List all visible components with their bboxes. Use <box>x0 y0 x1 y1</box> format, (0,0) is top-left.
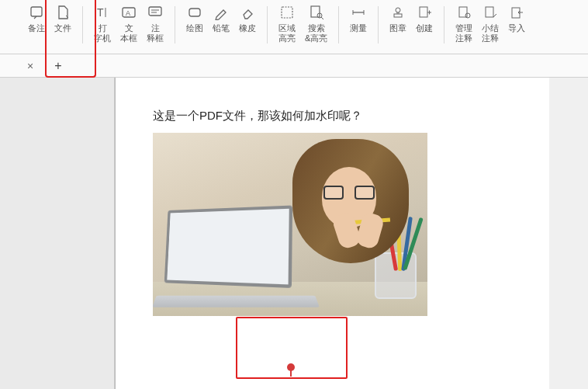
separator <box>175 6 175 43</box>
annotbox-label: 注 释框 <box>147 23 164 43</box>
svg-rect-0 <box>31 7 42 16</box>
svg-rect-17 <box>394 14 402 17</box>
tab-add-button[interactable]: + <box>51 59 65 73</box>
stamp-label: 图章 <box>389 23 406 33</box>
svg-rect-5 <box>149 7 161 16</box>
tab-close-button[interactable]: × <box>23 59 37 73</box>
summary-label: 小结 注释 <box>482 23 499 43</box>
note-label: 备注 <box>28 23 45 33</box>
create-button[interactable]: 创建 <box>411 2 438 35</box>
eraser-label: 橡皮 <box>239 23 256 33</box>
highlight-button[interactable]: 区域 高亮 <box>274 2 300 45</box>
import-label: 导入 <box>508 23 525 33</box>
eraser-icon <box>240 3 255 22</box>
svg-rect-10 <box>311 6 320 17</box>
note-icon <box>29 3 44 22</box>
file-label: 文件 <box>54 23 71 33</box>
draw-button[interactable]: 绘图 <box>182 2 208 35</box>
pencil-label: 铅笔 <box>213 23 230 33</box>
summary-icon <box>483 3 498 22</box>
ribbon-toolbar: 备注 文件 T 打 字机 A 文 本框 注 释框 绘图 铅笔 <box>0 0 588 54</box>
search-icon <box>309 3 324 22</box>
embedded-photo <box>153 133 427 316</box>
manage-label: 管理 注释 <box>455 23 472 43</box>
stamp-button[interactable]: 图章 <box>385 2 411 35</box>
typewriter-icon: T <box>95 3 110 22</box>
svg-rect-20 <box>420 7 427 17</box>
separator <box>338 6 339 43</box>
svg-rect-8 <box>189 9 200 16</box>
tab-bar: × + <box>0 54 588 78</box>
search-label: 搜索 &高亮 <box>305 23 327 43</box>
highlight-icon <box>279 3 295 22</box>
create-label: 创建 <box>416 23 433 33</box>
import-button[interactable]: 导入 <box>503 2 530 35</box>
pencil-button[interactable]: 铅笔 <box>208 2 234 35</box>
measure-label: 测量 <box>350 23 367 33</box>
textbox-label: 文 本框 <box>120 23 137 43</box>
manage-icon <box>456 3 472 22</box>
import-icon <box>509 3 524 22</box>
separator <box>267 6 268 43</box>
svg-rect-9 <box>282 7 292 18</box>
note-button[interactable]: 备注 <box>23 2 50 35</box>
summary-button[interactable]: 小结 注释 <box>477 2 503 45</box>
typewriter-label: 打 字机 <box>94 23 111 43</box>
separator <box>82 6 83 43</box>
svg-point-24 <box>465 13 470 18</box>
pin-icon <box>285 363 296 376</box>
svg-point-16 <box>396 8 400 12</box>
svg-line-12 <box>321 17 323 19</box>
textbox-button[interactable]: A 文 本框 <box>116 2 142 45</box>
draw-icon <box>187 3 202 22</box>
pencil-icon <box>213 3 229 22</box>
search-button[interactable]: 搜索 &高亮 <box>300 2 332 45</box>
annotbox-icon <box>147 3 163 22</box>
stamp-icon <box>390 3 406 22</box>
separator <box>378 6 379 43</box>
highlight-label: 区域 高亮 <box>278 23 296 43</box>
draw-label: 绘图 <box>186 23 203 33</box>
document-area[interactable]: 这是一个PDF文件，那该如何加水印呢？ <box>115 78 588 389</box>
annotbox-button[interactable]: 注 释框 <box>142 2 168 45</box>
manage-button[interactable]: 管理 注释 <box>451 2 477 45</box>
separator <box>444 6 444 43</box>
eraser-button[interactable]: 橡皮 <box>234 2 261 35</box>
create-icon <box>417 3 432 22</box>
svg-rect-25 <box>486 7 493 17</box>
page-heading: 这是一个PDF文件，那该如何加水印呢？ <box>153 109 512 123</box>
measure-icon <box>351 3 366 22</box>
file-icon <box>55 3 71 22</box>
measure-button[interactable]: 测量 <box>345 2 372 35</box>
textbox-icon: A <box>121 3 137 22</box>
file-button[interactable]: 文件 <box>50 2 76 35</box>
typewriter-button[interactable]: T 打 字机 <box>89 2 116 45</box>
svg-text:A: A <box>126 9 130 17</box>
svg-text:T: T <box>97 6 104 19</box>
thumbnail-panel[interactable] <box>0 78 115 389</box>
